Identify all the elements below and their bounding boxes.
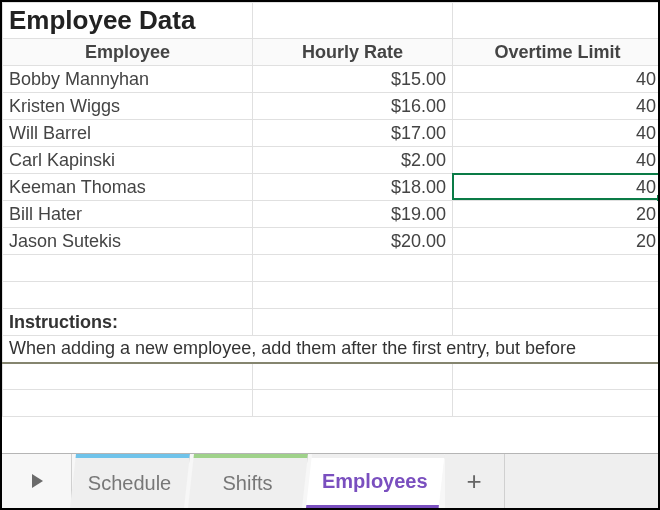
- tab-schedule[interactable]: Schedule: [70, 454, 190, 508]
- empty-cell[interactable]: [3, 282, 253, 309]
- cell-overtime-limit[interactable]: 20: [453, 228, 659, 255]
- empty-cell[interactable]: [253, 363, 453, 390]
- tab-shifts[interactable]: Shifts: [188, 454, 308, 508]
- tab-label: Employees: [322, 470, 428, 493]
- cell-hourly-rate[interactable]: $19.00: [253, 201, 453, 228]
- cell-hourly-rate[interactable]: $18.00: [253, 174, 453, 201]
- cell-employee[interactable]: Kristen Wiggs: [3, 93, 253, 120]
- tab-scroll-button[interactable]: [2, 454, 72, 508]
- svg-marker-0: [32, 474, 43, 488]
- column-header-overtime-limit[interactable]: Overtime Limit: [453, 39, 659, 66]
- sheet-title[interactable]: Employee Data: [3, 3, 253, 39]
- empty-cell[interactable]: [453, 309, 659, 336]
- cell-employee[interactable]: Bill Hater: [3, 201, 253, 228]
- play-icon: [30, 473, 44, 489]
- cell-overtime-limit[interactable]: 40: [453, 174, 659, 201]
- tab-label: Shifts: [222, 472, 272, 495]
- cell-overtime-limit[interactable]: 40: [453, 147, 659, 174]
- column-header-employee[interactable]: Employee: [3, 39, 253, 66]
- empty-cell[interactable]: [453, 255, 659, 282]
- empty-cell[interactable]: [253, 255, 453, 282]
- tab-bar-spacer: [505, 454, 658, 508]
- column-header-hourly-rate[interactable]: Hourly Rate: [253, 39, 453, 66]
- empty-cell[interactable]: [453, 390, 659, 417]
- instructions-label[interactable]: Instructions:: [3, 309, 253, 336]
- empty-cell[interactable]: [453, 363, 659, 390]
- cell-hourly-rate[interactable]: $15.00: [253, 66, 453, 93]
- worksheet-table[interactable]: Employee Data Employee Hourly Rate Overt…: [2, 2, 658, 417]
- cell-employee[interactable]: Carl Kapinski: [3, 147, 253, 174]
- cell-overtime-limit[interactable]: 40: [453, 93, 659, 120]
- empty-cell[interactable]: [3, 363, 253, 390]
- tab-employees[interactable]: Employees: [306, 454, 445, 508]
- new-sheet-button[interactable]: +: [445, 454, 505, 508]
- empty-cell[interactable]: [453, 282, 659, 309]
- empty-cell[interactable]: [3, 390, 253, 417]
- empty-cell[interactable]: [253, 390, 453, 417]
- cell-employee[interactable]: Keeman Thomas: [3, 174, 253, 201]
- empty-cell[interactable]: [253, 282, 453, 309]
- cell-employee[interactable]: Bobby Mannyhan: [3, 66, 253, 93]
- sheet-tab-bar: Schedule Shifts Employees +: [2, 453, 658, 508]
- spreadsheet-viewport: Employee Data Employee Hourly Rate Overt…: [0, 0, 660, 510]
- cell-hourly-rate[interactable]: $2.00: [253, 147, 453, 174]
- cell-overtime-limit[interactable]: 40: [453, 66, 659, 93]
- cell-hourly-rate[interactable]: $20.00: [253, 228, 453, 255]
- cell-overtime-limit[interactable]: 40: [453, 120, 659, 147]
- cell-hourly-rate[interactable]: $16.00: [253, 93, 453, 120]
- empty-cell[interactable]: [253, 3, 453, 39]
- cell-employee[interactable]: Will Barrel: [3, 120, 253, 147]
- grid-area[interactable]: Employee Data Employee Hourly Rate Overt…: [2, 2, 658, 453]
- empty-cell[interactable]: [453, 3, 659, 39]
- instructions-text[interactable]: When adding a new employee, add them aft…: [3, 336, 659, 363]
- tab-label: Schedule: [88, 472, 171, 495]
- cell-overtime-limit[interactable]: 20: [453, 201, 659, 228]
- empty-cell[interactable]: [253, 309, 453, 336]
- empty-cell[interactable]: [3, 255, 253, 282]
- cell-employee[interactable]: Jason Sutekis: [3, 228, 253, 255]
- cell-hourly-rate[interactable]: $17.00: [253, 120, 453, 147]
- plus-icon: +: [467, 466, 482, 497]
